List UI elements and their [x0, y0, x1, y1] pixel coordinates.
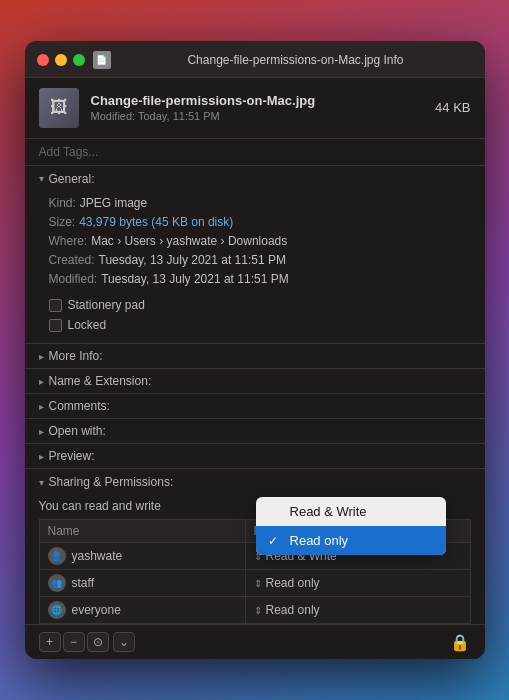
modified-file-label: Modified: [49, 270, 98, 289]
where-row: Where: Mac › Users › yashwate › Download… [49, 232, 471, 251]
user2-privilege-cell[interactable]: ⇕ Read only [245, 570, 470, 597]
created-row: Created: Tuesday, 13 July 2021 at 11:51 … [49, 251, 471, 270]
file-size: 44 KB [435, 100, 470, 115]
sharing-label: Sharing & Permissions: [49, 475, 174, 489]
file-icon-label: 🖼 [50, 97, 68, 119]
size-value: 43,979 bytes (45 KB on disk) [79, 213, 233, 232]
user3-avatar: 🌐 [48, 601, 66, 619]
privilege-arrows-icon: ⇕ [254, 605, 262, 616]
created-label: Created: [49, 251, 95, 270]
locked-label: Locked [68, 318, 107, 332]
file-header: 🖼 Change-file-permissions-on-Mac.jpg Mod… [25, 78, 485, 139]
more-info-label: More Info: [49, 349, 103, 363]
general-section-header[interactable]: ▾ General: [25, 166, 485, 192]
more-info-header[interactable]: ▸ More Info: [25, 344, 485, 368]
preview-section: ▸ Preview: [25, 444, 485, 469]
remove-user-button[interactable]: − [63, 632, 85, 652]
col-name-header: Name [39, 520, 245, 543]
where-value: Mac › Users › yashwate › Downloads [91, 232, 287, 251]
bottom-bar: + − ⊙ ⌄ 🔒 [25, 625, 485, 659]
user3-privilege-cell[interactable]: ⇕ Read only [245, 597, 470, 624]
user1-name-cell: 👤 yashwate [39, 543, 245, 570]
file-type-icon: 📄 [93, 51, 111, 69]
open-with-chevron-icon: ▸ [39, 426, 44, 437]
where-label: Where: [49, 232, 88, 251]
sharing-chevron-icon: ▾ [39, 477, 44, 488]
name-extension-chevron-icon: ▸ [39, 376, 44, 387]
locked-row: Locked [49, 315, 471, 335]
user1-avatar: 👤 [48, 547, 66, 565]
user3-name-cell: 🌐 everyone [39, 597, 245, 624]
info-window: 📄 Change-file-permissions-on-Mac.jpg Inf… [25, 41, 485, 660]
file-name: Change-file-permissions-on-Mac.jpg [91, 93, 424, 110]
created-value: Tuesday, 13 July 2021 at 11:51 PM [99, 251, 286, 270]
name-extension-header[interactable]: ▸ Name & Extension: [25, 369, 485, 393]
name-extension-label: Name & Extension: [49, 374, 152, 388]
dropdown-item-read-write[interactable]: Read & Write [256, 497, 446, 526]
modified-label: Modified: [91, 110, 136, 122]
comments-label: Comments: [49, 399, 110, 413]
stationery-row: Stationery pad [49, 295, 471, 315]
locked-checkbox[interactable] [49, 319, 62, 332]
action-dropdown[interactable]: ⌄ [113, 632, 135, 652]
general-content: Kind: JPEG image Size: 43,979 bytes (45 … [25, 192, 485, 344]
minimize-button[interactable] [55, 54, 67, 66]
selected-check-icon: ✓ [268, 534, 282, 548]
comments-chevron-icon: ▸ [39, 401, 44, 412]
permissions-table: Name Privilege 👤 yashwate [39, 519, 471, 624]
kind-row: Kind: JPEG image [49, 194, 471, 213]
stationery-checkbox[interactable] [49, 299, 62, 312]
lock-icon[interactable]: 🔒 [449, 631, 471, 653]
preview-label: Preview: [49, 449, 95, 463]
tags-input[interactable]: Add Tags... [39, 145, 471, 159]
user3-privilege-value: Read only [266, 603, 320, 617]
open-with-label: Open with: [49, 424, 106, 438]
action-button[interactable]: ⊙ [87, 632, 109, 652]
more-info-section: ▸ More Info: [25, 344, 485, 369]
kind-label: Kind: [49, 194, 76, 213]
user1-name: yashwate [72, 549, 123, 563]
preview-header[interactable]: ▸ Preview: [25, 444, 485, 468]
modified-value: Today, 11:51 PM [138, 110, 220, 122]
size-row: Size: 43,979 bytes (45 KB on disk) [49, 213, 471, 232]
dropdown-item-read-only[interactable]: ✓ Read only [256, 526, 446, 555]
check-icon [268, 505, 282, 519]
general-chevron-icon: ▾ [39, 173, 44, 184]
titlebar: 📄 Change-file-permissions-on-Mac.jpg Inf… [25, 41, 485, 78]
sharing-header[interactable]: ▾ Sharing & Permissions: [25, 469, 485, 495]
modified-row: Modified: Tuesday, 13 July 2021 at 11:51… [49, 270, 471, 289]
add-user-button[interactable]: + [39, 632, 61, 652]
sharing-content: You can read and write Name Privilege [25, 495, 485, 624]
more-info-chevron-icon: ▸ [39, 351, 44, 362]
dropdown-item-label: Read & Write [290, 504, 367, 519]
bottom-controls: + − ⊙ ⌄ [39, 632, 135, 652]
preview-chevron-icon: ▸ [39, 451, 44, 462]
privilege-arrows-icon: ⇕ [254, 578, 262, 589]
user3-name: everyone [72, 603, 121, 617]
user2-name-cell: 👥 staff [39, 570, 245, 597]
table-row: 👥 staff ⇕ Read only [39, 570, 470, 597]
table-row: 👤 yashwate ⇕ Read & Write [39, 543, 470, 570]
close-button[interactable] [37, 54, 49, 66]
comments-header[interactable]: ▸ Comments: [25, 394, 485, 418]
user3-privilege-dropdown[interactable]: ⇕ Read only [254, 603, 462, 617]
open-with-section: ▸ Open with: [25, 419, 485, 444]
sharing-section: ▾ Sharing & Permissions: You can read an… [25, 469, 485, 625]
general-section: ▾ General: Kind: JPEG image Size: 43,979… [25, 166, 485, 345]
open-with-header[interactable]: ▸ Open with: [25, 419, 485, 443]
file-preview-icon: 🖼 [39, 88, 79, 128]
comments-section: ▸ Comments: [25, 394, 485, 419]
general-label: General: [49, 172, 95, 186]
chevron-down-icon[interactable]: ⌄ [113, 632, 135, 652]
user2-privilege-value: Read only [266, 576, 320, 590]
user2-privilege-dropdown[interactable]: ⇕ Read only [254, 576, 462, 590]
size-label: Size: [49, 213, 76, 232]
user1-privilege-cell[interactable]: ⇕ Read & Write Read & Write [245, 543, 470, 570]
kind-value: JPEG image [80, 194, 147, 213]
file-info: Change-file-permissions-on-Mac.jpg Modif… [91, 93, 424, 122]
user2-name: staff [72, 576, 94, 590]
tags-row: Add Tags... [25, 139, 485, 166]
user1-privilege-dropdown[interactable]: ⇕ Read & Write Read & Write [254, 549, 462, 563]
stationery-label: Stationery pad [68, 298, 145, 312]
zoom-button[interactable] [73, 54, 85, 66]
